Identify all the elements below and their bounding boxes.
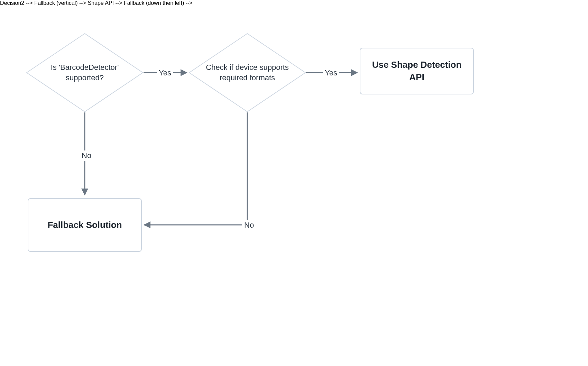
shapeapi-line1: Use Shape Detection xyxy=(372,59,462,71)
decision2-line1: Check if device supports xyxy=(206,62,289,73)
shapeapi-line2: API xyxy=(372,71,462,83)
outcome-shape-detection-api: Use Shape Detection API xyxy=(360,48,474,94)
outcome-fallback-solution: Fallback Solution xyxy=(28,198,142,252)
edge-label-d1-yes: Yes xyxy=(157,68,173,78)
edge-d2-no xyxy=(140,112,251,230)
decision-barcodedetector-supported: Is 'BarcodeDetector' supported? xyxy=(26,33,144,112)
decision1-line1: Is 'BarcodeDetector' xyxy=(51,62,119,73)
edge-label-d2-no: No xyxy=(242,220,256,230)
flowchart-canvas: Is 'BarcodeDetector' supported? Check if… xyxy=(0,0,588,366)
edge-label-d1-no: No xyxy=(80,150,93,161)
decision2-line2: required formats xyxy=(206,73,289,83)
fallback-label: Fallback Solution xyxy=(47,220,122,230)
decision1-line2: supported? xyxy=(51,73,119,83)
edge-label-d2-yes: Yes xyxy=(323,68,339,78)
decision-device-formats: Check if device supports required format… xyxy=(189,33,306,112)
